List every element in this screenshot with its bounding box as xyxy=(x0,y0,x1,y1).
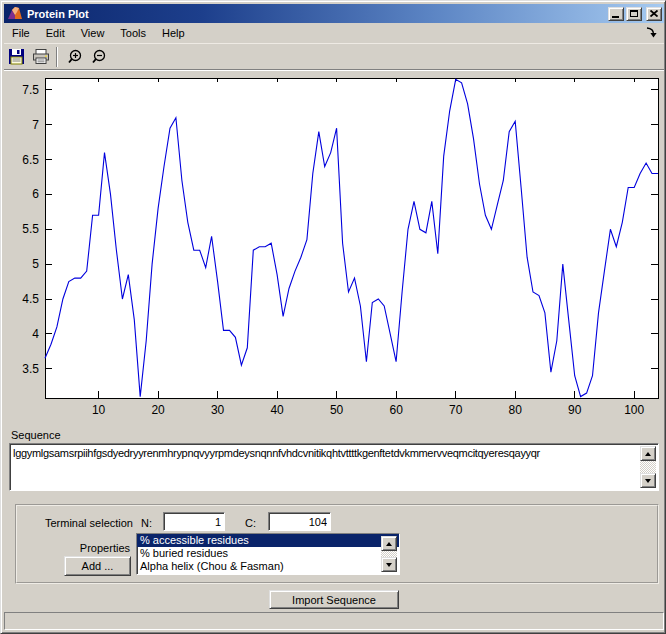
save-button[interactable] xyxy=(5,46,28,68)
print-icon xyxy=(32,48,50,65)
zoom-in-button[interactable] xyxy=(63,46,86,68)
add-button[interactable]: Add ... xyxy=(64,556,131,576)
dock-arrow-icon[interactable] xyxy=(645,26,658,39)
import-sequence-button[interactable]: Import Sequence xyxy=(269,590,399,609)
toolbar-separator xyxy=(56,47,58,67)
arrow-up-icon xyxy=(386,542,392,546)
arrow-up-icon xyxy=(645,452,651,456)
menu-item-tools[interactable]: Tools xyxy=(112,24,154,42)
svg-text:6: 6 xyxy=(32,187,39,201)
close-icon xyxy=(650,10,658,17)
zoom-out-icon xyxy=(90,48,108,66)
svg-text:20: 20 xyxy=(151,403,165,417)
menu-item-file[interactable]: File xyxy=(4,24,38,42)
svg-text:70: 70 xyxy=(449,403,463,417)
svg-text:100: 100 xyxy=(624,403,644,417)
save-icon xyxy=(8,48,25,65)
terminal-selection-label: Terminal selection xyxy=(41,517,133,529)
svg-text:80: 80 xyxy=(508,403,522,417)
menu-bar: File Edit View Tools Help xyxy=(4,23,664,43)
svg-text:50: 50 xyxy=(330,403,344,417)
arrow-down-icon xyxy=(645,479,651,483)
scroll-down-button[interactable] xyxy=(640,473,656,488)
properties-label: Properties xyxy=(59,542,130,554)
properties-scrollbar[interactable] xyxy=(381,536,397,572)
options-panel: Terminal selection N: C: Properties % ac… xyxy=(15,504,659,584)
menu-item-help[interactable]: Help xyxy=(154,24,193,42)
window-title: Protein Plot xyxy=(27,8,608,20)
maximize-icon xyxy=(630,10,638,17)
zoom-in-icon xyxy=(66,48,84,66)
sequence-text[interactable]: lggymlgsamsrpiihfgsdyedryyrenmhrypnqvyyr… xyxy=(13,447,638,459)
sequence-label: Sequence xyxy=(11,429,61,441)
sequence-box[interactable]: lggymlgsamsrpiihfgsdyedryyrenmhrypnqvyyr… xyxy=(9,443,659,491)
svg-text:30: 30 xyxy=(211,403,225,417)
listbox-item-buried-residues[interactable]: % buried residues xyxy=(137,547,399,560)
matlab-icon xyxy=(7,6,23,21)
svg-text:90: 90 xyxy=(568,403,582,417)
menu-item-edit[interactable]: Edit xyxy=(38,24,73,42)
protein-plot-window: Protein Plot File Edit View Tools Help xyxy=(0,0,666,634)
n-terminal-input[interactable] xyxy=(163,512,225,531)
print-button[interactable] xyxy=(29,46,52,68)
svg-text:7: 7 xyxy=(32,118,39,132)
svg-text:10: 10 xyxy=(92,403,106,417)
listbox-item-accessible-residues[interactable]: % accessible residues xyxy=(137,534,399,547)
c-terminal-label: C: xyxy=(245,517,256,529)
minimize-icon xyxy=(612,16,619,18)
menu-item-view[interactable]: View xyxy=(73,24,113,42)
svg-text:60: 60 xyxy=(389,403,403,417)
c-terminal-input[interactable] xyxy=(268,512,331,531)
svg-text:6.5: 6.5 xyxy=(22,153,39,167)
status-bar xyxy=(4,612,664,630)
close-button[interactable] xyxy=(646,7,662,21)
scroll-down-button[interactable] xyxy=(381,557,397,572)
scroll-up-button[interactable] xyxy=(381,536,397,551)
minimize-button[interactable] xyxy=(608,7,624,21)
zoom-out-button[interactable] xyxy=(87,46,110,68)
svg-text:4.5: 4.5 xyxy=(22,292,39,306)
title-bar[interactable]: Protein Plot xyxy=(4,4,664,23)
svg-text:5: 5 xyxy=(32,257,39,271)
arrow-down-icon xyxy=(386,563,392,567)
sequence-scrollbar[interactable] xyxy=(640,446,656,488)
n-terminal-label: N: xyxy=(141,517,152,529)
toolbar xyxy=(4,43,664,69)
protein-plot-chart: 1020304050607080901003.544.555.566.577.5 xyxy=(1,71,666,426)
maximize-button[interactable] xyxy=(626,7,642,21)
svg-text:5.5: 5.5 xyxy=(22,222,39,236)
listbox-item-alpha-helix[interactable]: Alpha helix (Chou & Fasman) xyxy=(137,560,399,573)
svg-text:3.5: 3.5 xyxy=(22,362,39,376)
svg-text:4: 4 xyxy=(32,327,39,341)
svg-text:40: 40 xyxy=(270,403,284,417)
svg-text:7.5: 7.5 xyxy=(22,83,39,97)
properties-listbox[interactable]: % accessible residues % buried residues … xyxy=(136,533,400,575)
scroll-up-button[interactable] xyxy=(640,446,656,461)
